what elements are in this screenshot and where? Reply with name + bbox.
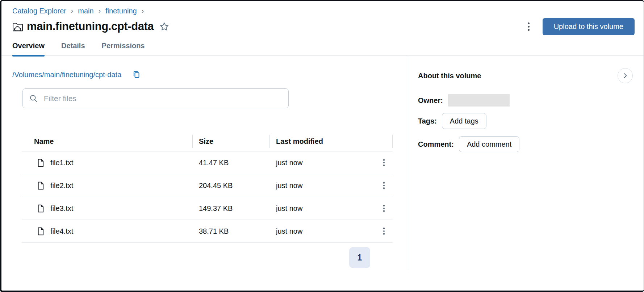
add-comment-button[interactable]: Add comment [459, 136, 519, 152]
tags-label: Tags: [418, 117, 437, 125]
file-size: 38.71 KB [193, 227, 270, 235]
about-volume-panel: About this volume Owner: Tags: Add tags … [408, 56, 644, 291]
search-icon [29, 94, 38, 103]
table-row[interactable]: file4.txt 38.71 KB just now [22, 220, 393, 243]
page-title: main.finetuning.cpt-data [27, 20, 154, 33]
file-last-modified: just now [276, 159, 302, 167]
owner-label: Owner: [418, 96, 443, 105]
breadcrumb: Catalog Explorer › main › finetuning › [12, 7, 635, 15]
file-last-modified: just now [276, 204, 302, 213]
comment-row: Comment: Add comment [418, 136, 633, 152]
breadcrumb-finetuning[interactable]: finetuning [105, 7, 137, 15]
content-area: /Volumes/main/finetuning/cpt-data [1, 56, 644, 291]
file-name: file4.txt [50, 227, 73, 235]
panel-divider [408, 56, 408, 270]
upload-to-volume-button[interactable]: Upload to this volume [543, 18, 635, 35]
file-icon [36, 181, 45, 190]
column-header-name[interactable]: Name [22, 132, 193, 151]
page-header: Catalog Explorer › main › finetuning › m… [1, 1, 644, 56]
breadcrumb-main[interactable]: main [78, 7, 93, 15]
add-tags-button[interactable]: Add tags [442, 113, 486, 129]
files-panel: /Volumes/main/finetuning/cpt-data [1, 56, 408, 291]
about-volume-header: About this volume [418, 68, 633, 83]
file-size: 149.37 KB [193, 204, 270, 213]
file-icon [36, 158, 45, 167]
collapse-panel-chevron-icon[interactable] [618, 68, 633, 83]
file-size: 204.45 KB [193, 182, 270, 190]
breadcrumb-catalog-explorer[interactable]: Catalog Explorer [12, 7, 66, 15]
about-volume-heading: About this volume [418, 72, 481, 80]
volume-path-link[interactable]: /Volumes/main/finetuning/cpt-data [12, 71, 121, 79]
volume-path-row: /Volumes/main/finetuning/cpt-data [12, 70, 408, 80]
row-kebab-menu-icon[interactable] [379, 156, 389, 169]
pagination: 1 [22, 247, 393, 268]
header-kebab-menu-icon[interactable] [524, 20, 533, 34]
column-header-last-modified[interactable]: Last modified [270, 132, 393, 151]
file-size: 41.47 KB [193, 159, 270, 167]
row-kebab-menu-icon[interactable] [379, 179, 389, 192]
file-name: file2.txt [50, 182, 73, 190]
comment-label: Comment: [418, 140, 454, 149]
file-name: file1.txt [50, 159, 73, 167]
file-icon [36, 227, 45, 236]
table-row[interactable]: file3.txt 149.37 KB just now [22, 197, 393, 220]
filter-files-input[interactable] [43, 94, 282, 103]
page-1-button[interactable]: 1 [349, 247, 370, 268]
title-row: main.finetuning.cpt-data Upload to this … [12, 18, 635, 35]
owner-value-redacted [448, 94, 510, 107]
tab-permissions[interactable]: Permissions [102, 41, 145, 55]
breadcrumb-separator-icon: › [99, 7, 101, 15]
table-row[interactable]: file2.txt 204.45 KB just now [22, 174, 393, 197]
copy-path-icon[interactable] [131, 70, 142, 80]
row-kebab-menu-icon[interactable] [379, 225, 389, 238]
volume-icon [12, 22, 23, 32]
tags-row: Tags: Add tags [418, 113, 633, 129]
favorite-star-icon[interactable] [159, 21, 170, 32]
row-kebab-menu-icon[interactable] [379, 202, 389, 215]
filter-files-box [22, 88, 289, 108]
app-window: Catalog Explorer › main › finetuning › m… [0, 0, 644, 292]
column-header-size[interactable]: Size [193, 132, 270, 151]
breadcrumb-separator-icon: › [71, 7, 73, 15]
tab-details[interactable]: Details [61, 41, 85, 55]
file-last-modified: just now [276, 182, 302, 190]
file-icon [36, 204, 45, 213]
owner-row: Owner: [418, 94, 633, 107]
table-row[interactable]: file1.txt 41.47 KB just now [22, 151, 393, 174]
breadcrumb-separator-icon: › [142, 7, 144, 15]
table-header-row: Name Size Last modified [22, 132, 393, 151]
files-table: Name Size Last modified [22, 132, 393, 243]
table-body: file1.txt 41.47 KB just now [22, 151, 393, 243]
tab-bar: Overview Details Permissions [1, 41, 644, 56]
tab-overview[interactable]: Overview [12, 41, 45, 55]
file-last-modified: just now [276, 227, 302, 235]
file-name: file3.txt [50, 204, 73, 213]
